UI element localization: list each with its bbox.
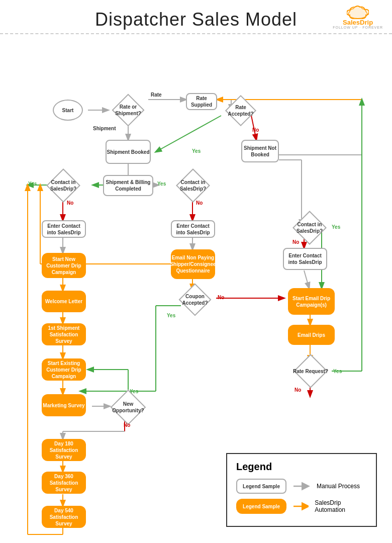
yes-left: Yes <box>28 181 37 187</box>
day540-node: Day 540 Satisfaction Survey <box>42 506 86 528</box>
enter-contact-left-node: Enter Contact into SalesDrip <box>42 220 86 238</box>
shipment-label: Shipment <box>93 126 116 131</box>
rate-accepted-diamond: Rate Accepted? <box>221 99 260 123</box>
yes-right: Yes <box>332 224 340 230</box>
no-coupon: No <box>218 295 224 300</box>
yes-rate-req: Yes <box>333 369 342 374</box>
legend-sample-manual: Legend Sample <box>236 479 286 494</box>
page-header: Dispatcher Sales Model SalesDrip FOLLOW … <box>0 0 392 34</box>
day360-node: Day 360 Satisfaction Survey <box>42 472 86 494</box>
logo: SalesDrip FOLLOW UP · FOREVER <box>333 5 383 29</box>
legend-title: Legend <box>236 461 367 473</box>
new-opportunity-diamond: New Opportunity? <box>106 394 151 420</box>
start-node: Start <box>53 100 83 121</box>
rate-label: Rate <box>151 92 162 98</box>
marketing-survey-node: Marketing Survey <box>42 394 86 416</box>
yes-new-opp: Yes <box>130 389 138 394</box>
legend-manual-label: Manual Process <box>317 483 360 490</box>
yes-coupon: Yes <box>167 313 175 318</box>
legend-row-auto: Legend Sample SalesDrip Automation <box>236 499 367 514</box>
contact-salesdrip-right-diamond: Contact in SalesDrip? <box>287 215 332 240</box>
yes-mid: Yes <box>157 181 166 187</box>
logo-sub: FOLLOW UP · FOREVER <box>333 26 383 29</box>
logo-cloud-icon <box>347 5 369 19</box>
shipment-booked-node: Shipment Booked <box>106 140 151 164</box>
no-mid: No <box>196 200 203 206</box>
legend-auto-arrow-icon <box>292 501 309 511</box>
no-rate-accepted: No <box>252 127 259 133</box>
logo-text-1: Sales <box>343 19 360 26</box>
shipment-billing-node: Shipment & Billing Completed <box>103 175 153 196</box>
contact-salesdrip-left-diamond: Contact in SalesDrip? <box>41 173 85 198</box>
logo-text-2: Drip <box>360 19 373 26</box>
welcome-letter-node: Welcome Letter <box>42 291 86 312</box>
legend-manual-arrow-icon <box>292 481 311 491</box>
rate-supplied-node: Rate Supplied <box>186 93 217 110</box>
rate-or-shipment-diamond: Rate or Shipment? <box>108 98 148 123</box>
svg-line-52 <box>304 270 309 288</box>
enter-contact-mid-node: Enter Contact into SalesDrip <box>171 220 215 238</box>
contact-salesdrip-mid-diamond: Contact in SalesDrip? <box>171 173 215 198</box>
no-rate-req: No <box>295 387 301 393</box>
email-non-paying-node: Email Non Paying Shipper/Consignee Quest… <box>171 249 215 279</box>
legend: Legend Legend Sample Manual Process Lege… <box>226 453 377 527</box>
no-new-opp: No <box>124 422 130 428</box>
first-shipment-survey-node: 1st Shipment Satisfaction Survey <box>42 323 86 345</box>
day180-node: Day 180 Satisfaction Survey <box>42 439 86 461</box>
enter-contact-right-node: Enter Contact into SalesDrip <box>283 248 327 270</box>
start-existing-customer-node: Start Existing Customer Drip Campaign <box>42 358 86 381</box>
svg-line-15 <box>156 116 221 152</box>
legend-auto-label: SalesDrip Automation <box>315 499 367 513</box>
start-new-customer-node: Start New Customer Drip Campaign <box>42 253 86 278</box>
rate-request-diamond: Rate Request? <box>290 358 331 384</box>
shipment-not-booked-node: Shipment Not Booked <box>241 140 279 162</box>
legend-row-manual: Legend Sample Manual Process <box>236 479 367 494</box>
yes-rate-accepted: Yes <box>192 148 201 154</box>
start-email-drip-node: Start Email Drip Campaign(s) <box>288 288 335 315</box>
email-drips-node: Email Drips <box>288 325 335 345</box>
legend-sample-auto: Legend Sample <box>236 499 286 514</box>
no-right: No <box>292 239 299 245</box>
coupon-accepted-diamond: Coupon Accepted? <box>175 288 215 312</box>
no-left: No <box>67 200 73 206</box>
flowchart: Start Rate or Shipment? Rate Shipment Ra… <box>0 39 392 537</box>
